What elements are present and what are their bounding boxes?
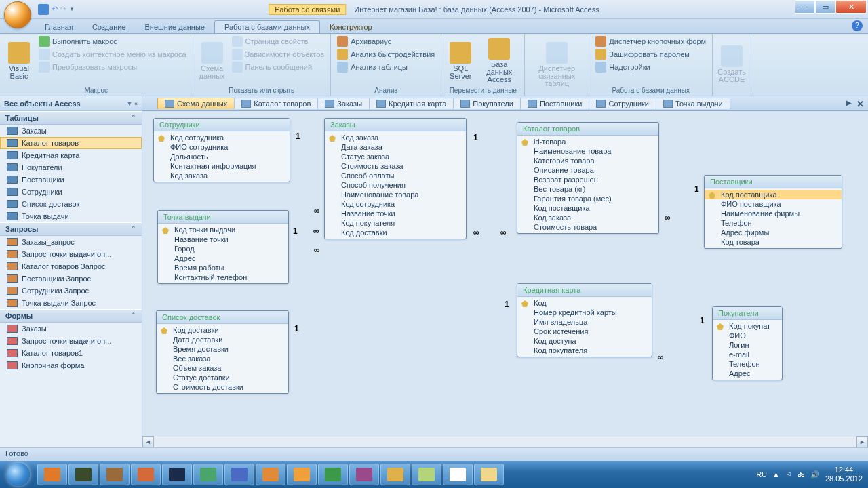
field[interactable]: Адрес фирмы [705, 228, 842, 237]
field[interactable]: Статус заказа [325, 152, 466, 161]
task-icon[interactable] [256, 464, 285, 485]
access-db-button[interactable]: База данных Access [478, 35, 520, 86]
ribbon-tab-external[interactable]: Внешние данные [136, 21, 214, 33]
scroll-left-button[interactable]: ◄ [142, 436, 154, 447]
field[interactable]: Наименование товара [325, 190, 466, 199]
field[interactable]: Вес товара (кг) [517, 184, 658, 194]
field[interactable]: Город [158, 244, 288, 253]
convert-macros-button[interactable]: Преобразовать макросы [37, 61, 189, 73]
task-icon[interactable] [474, 464, 504, 485]
pk-field[interactable]: Код точки выдачи [158, 225, 288, 235]
nav-category-tables[interactable]: Таблицы⌃ [0, 111, 142, 125]
task-icon[interactable] [412, 464, 441, 485]
field[interactable]: e-mail [713, 350, 782, 359]
document-tab[interactable]: Сотрудники [589, 98, 656, 109]
task-icon[interactable] [224, 464, 254, 485]
document-tab[interactable]: Поставщики [520, 98, 590, 109]
field[interactable]: Код заказа [517, 213, 658, 222]
office-button[interactable] [4, 1, 31, 28]
field[interactable]: Наименование фирмы [705, 209, 842, 218]
maximize-button[interactable]: ▭ [815, 0, 835, 14]
minimize-button[interactable]: ─ [795, 0, 815, 14]
horizontal-scrollbar[interactable]: ◄ ► [142, 436, 868, 447]
nav-item[interactable]: Заказы [0, 323, 142, 335]
document-tab[interactable]: Кредитная карта [369, 98, 454, 109]
field[interactable]: Описание товара [517, 165, 658, 175]
field[interactable]: ФИО [713, 331, 782, 340]
close-tab-button[interactable]: ✕ [856, 99, 864, 109]
nav-item[interactable]: Каталог товаров Запрос [0, 260, 142, 272]
task-icon[interactable] [100, 464, 130, 485]
field[interactable]: Категория товара [517, 156, 658, 165]
document-tab[interactable]: Каталог товаров [234, 98, 318, 109]
pk-field[interactable]: Код сотрудника [154, 133, 290, 142]
task-icon[interactable] [37, 464, 67, 485]
task-icon[interactable] [162, 464, 192, 485]
nav-item[interactable]: Заказы [0, 125, 142, 137]
nav-item[interactable]: Каталог товаров [0, 137, 142, 149]
relationships-button[interactable]: Схема данных [197, 35, 227, 86]
field[interactable]: Срок истечения [517, 327, 652, 336]
field[interactable]: ФИО поставщика [705, 199, 842, 209]
nav-item[interactable]: Точка выдачи Запрос [0, 297, 142, 309]
archiver-button[interactable]: Архивариус [335, 35, 437, 47]
field[interactable]: Название точки [325, 209, 466, 218]
nav-item[interactable]: Запрос точки выдачи оп... [0, 335, 142, 347]
tab-scroll-right-icon[interactable]: ▶ [846, 99, 852, 106]
task-icon[interactable] [193, 464, 223, 485]
task-icon[interactable] [443, 464, 473, 485]
field[interactable]: Время работы [158, 263, 288, 272]
field[interactable]: Объем заказа [157, 363, 288, 373]
field[interactable]: Стоимость заказа [325, 161, 466, 171]
switchboard-button[interactable]: Диспетчер кнопочных форм [593, 35, 708, 47]
addins-button[interactable]: Надстройки [593, 61, 708, 73]
nav-item[interactable]: Заказы_запрос [0, 236, 142, 248]
pk-field[interactable]: Код [517, 298, 652, 308]
field[interactable]: Название точки [158, 235, 288, 244]
field[interactable]: Наименование товара [517, 146, 658, 156]
task-icon[interactable] [287, 464, 317, 485]
field[interactable]: Гарантия товара (мес) [517, 194, 658, 203]
document-tab[interactable]: Покупатели [453, 98, 521, 109]
tray-icon[interactable]: 🖧 [797, 470, 805, 479]
field[interactable]: Должность [154, 152, 290, 161]
start-button[interactable] [0, 461, 37, 488]
sql-server-button[interactable]: SQL Server [446, 35, 475, 86]
field[interactable]: Логин [713, 340, 782, 350]
field[interactable]: Способ получения [325, 180, 466, 190]
tray-icon[interactable]: ⚐ [785, 470, 792, 479]
field[interactable]: Время доставки [157, 344, 288, 354]
table-analyze-button[interactable]: Анализ таблицы [335, 61, 437, 73]
field[interactable]: Код доставки [325, 228, 466, 237]
encrypt-button[interactable]: Зашифровать паролем [593, 48, 708, 60]
qat-dropdown-icon[interactable]: ▼ [69, 6, 75, 12]
ribbon-tab-create[interactable]: Создание [83, 21, 136, 33]
tray-icon[interactable]: 🔊 [810, 470, 820, 479]
redo-icon[interactable]: ↷ [60, 5, 66, 14]
task-icon[interactable] [68, 464, 98, 485]
tray-icon[interactable]: ▲ [772, 470, 780, 479]
field[interactable]: Возврат разрешен [517, 175, 658, 184]
field[interactable]: Номер кредитной карты [517, 308, 652, 317]
nav-item[interactable]: Каталог товаров1 [0, 347, 142, 359]
nav-item[interactable]: Кнопочная форма [0, 359, 142, 371]
ribbon-tab-database[interactable]: Работа с базами данных [214, 20, 320, 33]
nav-item[interactable]: Сотрудники [0, 186, 142, 198]
pk-field[interactable]: Код заказа [325, 133, 466, 142]
field[interactable]: Контактная информация [154, 161, 290, 171]
help-icon[interactable]: ? [852, 20, 863, 31]
task-icon[interactable] [349, 464, 379, 485]
field[interactable]: Контактный телефон [158, 272, 288, 282]
lang-indicator[interactable]: RU [756, 470, 767, 479]
field[interactable]: Статус доставки [157, 373, 288, 382]
field[interactable]: Код заказа [154, 171, 290, 180]
relationships-canvas[interactable]: СотрудникиКод сотрудникаФИО сотрудникаДо… [142, 111, 868, 436]
property-sheet-button[interactable]: Страница свойств [230, 35, 327, 47]
field[interactable]: Код сотрудника [325, 199, 466, 209]
document-tab[interactable]: Схема данных [157, 98, 235, 109]
task-icon[interactable] [131, 464, 161, 485]
nav-header[interactable]: Все объекты Access▼ « [0, 96, 142, 111]
run-macro-button[interactable]: Выполнить макрос [37, 35, 189, 47]
ribbon-tab-home[interactable]: Главная [35, 21, 83, 33]
document-tab[interactable]: Точка выдачи [656, 98, 730, 109]
